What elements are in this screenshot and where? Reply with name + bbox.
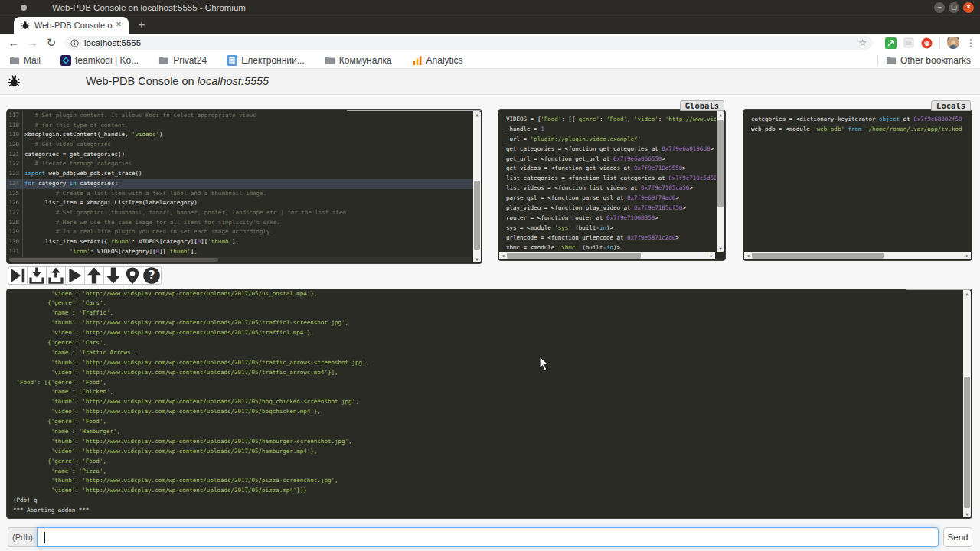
avatar[interactable]	[947, 37, 959, 49]
browser-tab[interactable]: Web-PDB Console on loca ×	[14, 17, 129, 34]
debug-step-button[interactable]	[27, 266, 47, 285]
bug-favicon-icon	[21, 21, 30, 30]
bookmark-item[interactable]: Коммуналка	[325, 55, 392, 66]
window-titlebar: Web-PDB Console on localhost:5555 - Chro…	[0, 0, 980, 15]
mouse-cursor-icon	[539, 356, 550, 372]
folder-icon	[325, 55, 335, 66]
console-output-line: 'thumb': 'http://www.vidsplay.com/wp-con…	[13, 476, 369, 486]
bookmark-item[interactable]: Mail	[9, 55, 41, 66]
debug-up-button[interactable]	[84, 266, 104, 285]
code-line-125: 125 # Create a list item with a text lab…	[7, 189, 473, 199]
toolbar-separator	[939, 37, 940, 48]
reload-icon[interactable]: ↻	[44, 34, 59, 52]
debug-continue-button[interactable]	[65, 266, 85, 285]
console-output-line: 'name': 'Traffic',	[13, 308, 369, 318]
debug-help-button[interactable]: ?	[142, 266, 162, 285]
extension-red-icon[interactable]	[921, 37, 933, 49]
map-marker-icon	[123, 266, 142, 285]
locals-panel: Locals categories = <dictionary-keyitera…	[743, 109, 972, 261]
pdb-console-tab: PDB Console	[906, 289, 971, 290]
site-info-icon[interactable]	[70, 39, 79, 47]
console-output-line: 'video': 'http://www.vidsplay.com/wp-con…	[13, 486, 369, 496]
bookmark-label: Analytics	[426, 55, 463, 66]
folder-icon	[886, 55, 897, 66]
pdb-prompt-label: (Pdb)	[8, 527, 37, 547]
maximize-button-icon[interactable]: ▢	[949, 2, 959, 13]
pdb-command-field[interactable]	[38, 528, 938, 546]
code-line-128: 128 # Here we use the same image for all…	[7, 218, 473, 228]
globals-horizontal-scrollbar[interactable]: ◀▶	[499, 252, 715, 259]
close-button-icon[interactable]: ✕	[963, 2, 974, 13]
console-output-line: 'name': 'Hamburger',	[13, 427, 369, 437]
console-output-line: {'genre': 'Food',	[13, 457, 369, 467]
global-variable-line: play_video = <function play_video at 0x7…	[506, 204, 716, 214]
console-output-line: {'genre': 'Cars',	[13, 298, 369, 308]
pdb-console-panel: PDB Console 'video': 'http://www.vidspla…	[6, 289, 972, 519]
tab-close-icon[interactable]: ×	[113, 20, 124, 31]
bookmark-item[interactable]: Analytics	[412, 55, 463, 66]
bookmark-item[interactable]: Електронний...	[227, 55, 305, 66]
console-vertical-scrollbar[interactable]: ▲▼	[963, 290, 971, 517]
global-variable-line: parse_qsl = <function parse_qsl at 0x7f9…	[506, 194, 716, 204]
browser-menu-icon[interactable]: ⋮	[966, 37, 975, 48]
code-vertical-scrollbar[interactable]: ▲▼	[473, 111, 481, 262]
global-variable-line: VIDEOS = {'Food': [{'genre': 'Food', 'vi…	[506, 115, 716, 125]
analytics-icon	[412, 55, 423, 66]
forward-icon[interactable]: →	[24, 34, 40, 52]
page-title: Web-PDB Console on localhost:5555	[86, 69, 269, 94]
code-line-126: 126 list_item = xbmcgui.ListItem(label=c…	[7, 198, 473, 208]
back-icon[interactable]: ←	[6, 34, 21, 52]
code-horizontal-scrollbar[interactable]	[8, 257, 472, 262]
web-pdb-page: Web-PDB Console on localhost:5555 Curren…	[0, 69, 980, 551]
minimize-button-icon[interactable]: –	[934, 2, 945, 13]
bookmark-label: Електронний...	[241, 55, 305, 66]
debug-where-button[interactable]	[122, 266, 142, 285]
locals-horizontal-scrollbar[interactable]: ◀▶	[744, 252, 971, 259]
bookmarks-separator	[877, 55, 878, 66]
kodi-icon	[60, 55, 71, 66]
global-variable-line: _url = 'plugin://plugin.video.example/'	[506, 135, 716, 145]
arrow-up-icon	[85, 266, 103, 285]
console-output-line: 'video': 'http://www.vidsplay.com/wp-con…	[13, 368, 369, 378]
bookmark-item[interactable]: Privat24	[158, 55, 207, 66]
console-output-line: {'genre': 'Food',	[13, 417, 369, 427]
code-line-130: 130 list_item.setArt({'thumb': VIDEOS[ca…	[7, 237, 473, 247]
globals-vertical-scrollbar[interactable]: ▲▼	[717, 111, 724, 252]
pdb-command-input[interactable]	[37, 527, 939, 547]
debug-down-button[interactable]	[103, 266, 123, 285]
bookmark-item[interactable]: teamkodi | Ko...	[60, 55, 139, 66]
window-title: Web-PDB Console on localhost:5555 - Chro…	[52, 0, 246, 15]
console-output-line: 'video': 'http://www.vidsplay.com/wp-con…	[13, 407, 369, 417]
bookmark-star-icon[interactable]: ☆	[858, 37, 867, 48]
global-variable-line: list_videos = <function list_videos at 0…	[506, 184, 716, 194]
console-output-line: (Pdb) q	[13, 496, 369, 506]
log-in-icon	[28, 266, 46, 285]
debug-next-button[interactable]	[8, 266, 28, 285]
new-tab-button[interactable]: +	[135, 18, 149, 31]
bookmark-label: Mail	[24, 55, 41, 66]
code-line-129: 129 # In a real-life plugin you need to …	[7, 227, 473, 237]
question-icon: ?	[142, 266, 161, 285]
folder-icon	[158, 55, 169, 66]
code-line-131: 131 'icon': VIDEOS[category][0]['thumb']…	[7, 247, 473, 257]
address-bar[interactable]: localhost:5555 ☆	[64, 36, 873, 50]
tab-title: Web-PDB Console on loca	[34, 21, 113, 30]
other-bookmarks-button[interactable]: Other bookmarks	[886, 55, 971, 66]
code-line-117: 117 # Set plugin content. It allows Kodi…	[7, 111, 473, 121]
global-variable-line: get_url = <function get_url at 0x7f9e6a0…	[506, 155, 716, 165]
extension-green-icon[interactable]	[885, 37, 897, 49]
bookmark-label: teamkodi | Ko...	[75, 55, 139, 66]
extension-disabled-icon[interactable]	[903, 37, 914, 48]
debug-return-button[interactable]	[46, 266, 66, 285]
code-line-119: 119xbmcplugin.setContent(_handle, 'video…	[7, 130, 473, 140]
globals-panel: Globals VIDEOS = {'Food': [{'genre': 'Fo…	[498, 109, 726, 261]
code-line-121: 121categories = get_categories()	[7, 150, 473, 160]
other-bookmarks-label: Other bookmarks	[900, 55, 971, 66]
text-caret	[44, 532, 45, 543]
pdb-prompt-row: (Pdb) Send	[8, 527, 972, 547]
browser-toolbar: ← → ↻ localhost:5555 ☆ ⋮	[0, 34, 980, 52]
code-line-124: 124for category in categories:	[7, 179, 473, 189]
console-output-line: 'video': 'http://www.vidsplay.com/wp-con…	[13, 447, 369, 457]
send-button[interactable]: Send	[943, 527, 972, 547]
bookmark-label: Privat24	[173, 55, 207, 66]
